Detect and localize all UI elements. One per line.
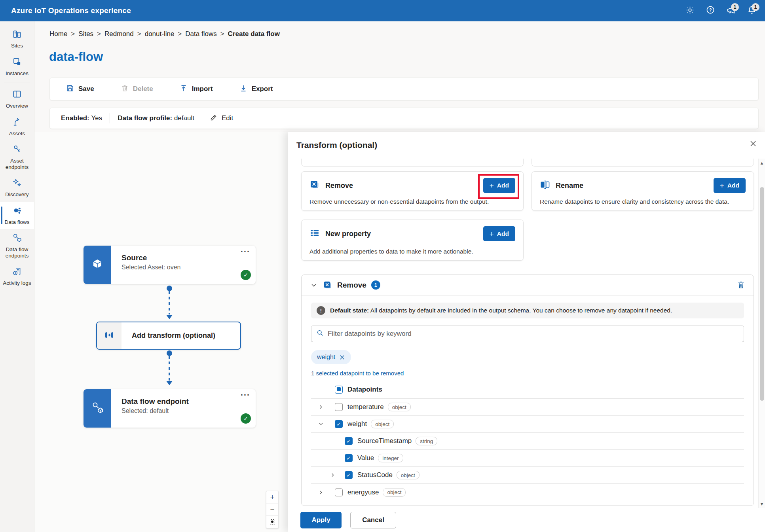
chevron-right-icon[interactable] xyxy=(317,404,325,410)
fit-view-button[interactable] xyxy=(266,516,278,528)
breadcrumb-home[interactable]: Home xyxy=(49,30,67,38)
table-row-value[interactable]: Value integer xyxy=(311,450,744,467)
remove-section-header: Remove 1 xyxy=(302,275,754,295)
add-transform-node[interactable]: Add transform (optional) xyxy=(96,322,241,350)
info-icon: ! xyxy=(317,306,325,315)
new-property-row: New property + Add Add additional proper… xyxy=(301,220,754,261)
help-icon: ? xyxy=(706,5,715,16)
sidebar-item-discovery[interactable]: Discovery xyxy=(0,174,34,202)
breadcrumb-separator: > xyxy=(97,30,101,38)
search-icon xyxy=(316,329,324,339)
instances-icon xyxy=(12,57,22,68)
row-checkbox[interactable] xyxy=(345,471,353,479)
more-options-button[interactable]: ··· xyxy=(241,246,250,256)
breadcrumb-sites[interactable]: Sites xyxy=(78,30,93,38)
sidebar-item-overview[interactable]: Overview xyxy=(0,85,34,113)
save-button[interactable]: Save xyxy=(66,84,94,95)
chevron-down-icon[interactable] xyxy=(309,282,318,289)
source-node[interactable]: Source Selected Asset: oven ··· xyxy=(84,246,256,284)
delete-button: Delete xyxy=(120,84,153,95)
sidebar-item-activity-logs[interactable]: Activity logs xyxy=(0,263,34,290)
announcements-count-badge: 1 xyxy=(731,3,739,11)
datapoint-type-badge: object xyxy=(383,488,406,497)
help-button[interactable]: ? xyxy=(702,3,718,19)
more-options-button[interactable]: ··· xyxy=(241,390,250,399)
delete-section-button[interactable] xyxy=(737,280,746,290)
default-state-infobar: ! Default state: All datapoints by defau… xyxy=(311,303,744,318)
breadcrumb-donut-line[interactable]: donut-line xyxy=(145,30,175,38)
filter-datapoints-input[interactable] xyxy=(328,330,739,338)
endpoint-node-subtitle: Selected: default xyxy=(121,407,189,415)
export-button[interactable]: Export xyxy=(239,84,273,95)
connector-dot xyxy=(167,286,172,291)
dismiss-tag-icon[interactable] xyxy=(339,354,345,360)
table-row-statuscode[interactable]: StatusCode object xyxy=(311,467,744,484)
sidebar-item-assets[interactable]: Assets xyxy=(0,113,34,141)
panel-scrollbar[interactable]: ▲ ▼ xyxy=(758,159,765,508)
table-row-sourcetimestamp[interactable]: SourceTimestamp string xyxy=(311,433,744,450)
import-button[interactable]: Import xyxy=(179,84,213,95)
workspace: Source Selected Asset: oven ··· Add tran… xyxy=(34,132,765,532)
row-checkbox[interactable] xyxy=(345,454,353,462)
chevron-right-icon[interactable] xyxy=(329,472,337,478)
add-transform-label: Add transform (optional) xyxy=(132,331,215,340)
scroll-down-icon[interactable]: ▼ xyxy=(759,502,765,506)
selection-summary: 1 selected datapoint to be removed xyxy=(311,370,744,377)
remove-transform-icon xyxy=(323,280,332,290)
close-icon xyxy=(749,140,757,149)
export-icon xyxy=(239,84,248,95)
divider xyxy=(110,113,110,123)
save-icon xyxy=(66,84,74,95)
assets-icon xyxy=(12,117,22,129)
notifications-button[interactable]: 1 xyxy=(744,3,759,19)
breadcrumb-redmond[interactable]: Redmond xyxy=(104,30,134,38)
connector-arrow-icon xyxy=(166,315,173,319)
table-row-energyuse[interactable]: energyuse object xyxy=(311,484,744,501)
rename-add-button[interactable]: + Add xyxy=(714,178,746,193)
apply-button[interactable]: Apply xyxy=(300,512,342,528)
scroll-up-icon[interactable]: ▲ xyxy=(759,161,765,165)
row-checkbox[interactable] xyxy=(345,437,353,445)
zoom-out-button[interactable]: − xyxy=(266,504,278,516)
cancel-button[interactable]: Cancel xyxy=(350,512,396,528)
remove-add-button[interactable]: + Add xyxy=(483,178,515,193)
sidebar-item-data-flow-endpoints[interactable]: Data flow endpoints xyxy=(0,229,34,263)
chevron-down-icon[interactable] xyxy=(317,421,325,427)
datapoint-type-badge: integer xyxy=(378,454,403,462)
table-row-weight[interactable]: weight object xyxy=(311,416,744,433)
sidebar-item-instances[interactable]: Instances xyxy=(0,53,34,81)
row-checkbox[interactable] xyxy=(335,420,343,428)
row-checkbox[interactable] xyxy=(335,488,343,496)
zoom-in-button[interactable]: + xyxy=(266,491,278,504)
status-bar: Enabled: Yes Data flow profile: default … xyxy=(49,108,759,129)
announcements-button[interactable]: 1 xyxy=(723,3,739,19)
select-all-checkbox[interactable] xyxy=(335,386,343,394)
data-flow-endpoint-node[interactable]: Data flow endpoint Selected: default ··· xyxy=(84,389,256,428)
remove-section-content: ! Default state: All datapoints by defau… xyxy=(302,295,754,505)
settings-button[interactable] xyxy=(682,3,698,19)
new-property-add-button[interactable]: + Add xyxy=(483,226,515,241)
scrollbar-thumb[interactable] xyxy=(760,187,764,401)
transform-panel: Transform (optional) Remo xyxy=(288,132,765,532)
datapoint-name: temperature xyxy=(347,403,384,411)
info-text: All datapoints by default are included i… xyxy=(370,307,672,314)
datapoint-type-badge: object xyxy=(397,471,420,479)
breadcrumb-data-flows[interactable]: Data flows xyxy=(185,30,216,38)
plus-icon: + xyxy=(490,230,494,238)
new-property-card-title: New property xyxy=(325,230,371,238)
close-panel-button[interactable] xyxy=(747,138,759,151)
table-row-temperature[interactable]: temperature object xyxy=(311,399,744,416)
asset-endpoints-icon xyxy=(12,144,22,156)
flow-canvas[interactable]: Source Selected Asset: oven ··· Add tran… xyxy=(34,132,288,532)
datapoint-name: Value xyxy=(357,454,374,462)
edit-button[interactable]: Edit xyxy=(210,113,233,123)
sidebar-item-data-flows[interactable]: Data flows xyxy=(0,202,34,229)
transform-node-iconbox xyxy=(97,322,121,349)
endpoint-node-title: Data flow endpoint xyxy=(121,397,189,406)
row-checkbox[interactable] xyxy=(335,403,343,411)
sidebar-item-asset-endpoints[interactable]: Asset endpoints xyxy=(0,140,34,174)
data-flows-icon xyxy=(12,205,22,217)
success-check-icon xyxy=(241,413,251,424)
chevron-right-icon[interactable] xyxy=(317,490,325,495)
sidebar-item-sites[interactable]: Sites xyxy=(0,25,34,53)
